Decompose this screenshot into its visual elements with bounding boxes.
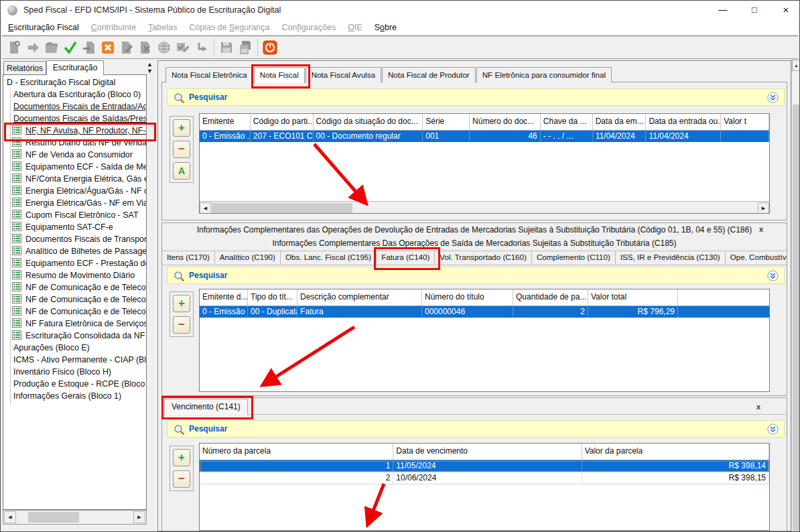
tab-c186[interactable]: Informações Complementares das Operações… xyxy=(162,223,787,238)
column-header-data-da-em[interactable]: Data da em... xyxy=(593,114,647,130)
toolbar-save-button[interactable] xyxy=(217,38,236,57)
tab-nf-eletr-nica-para-consumidor-final[interactable]: NF Eletrônica para consumidor final xyxy=(476,67,612,82)
remove-row-button[interactable]: − xyxy=(173,141,190,158)
table-row[interactable]: 111/05/2024R$ 398,14 xyxy=(200,460,769,472)
toolbar-cancel-document-button[interactable] xyxy=(136,38,155,57)
tree-item-cupom-fiscal-eletr-nico-sat[interactable]: Cupom Fiscal Eletrônico - SAT xyxy=(3,209,146,221)
tab-vol-transportado-c160[interactable]: Vol. Transportado (C160) xyxy=(435,251,532,264)
tree-item-nf-de-venda-ao-consumidor[interactable]: NF de Venda ao Consumidor xyxy=(3,149,146,161)
column-header-emitente[interactable]: Emitente xyxy=(200,114,251,130)
toolbar-revert-button[interactable] xyxy=(192,38,211,57)
tree-item-energia-el-trica-g-s-nf-em-via-nic[interactable]: Energia Elétrica/Gás - NF em Via Únic xyxy=(3,197,146,209)
tree-item-equipamento-ecf-presta-o-de-ser[interactable]: Equipamento ECF - Prestação de Ser xyxy=(3,257,146,269)
tab-anal-tico-c190[interactable]: Analítico (C190) xyxy=(215,251,281,264)
toolbar-open-next-button[interactable] xyxy=(23,38,42,57)
tab-c185[interactable]: Informações Complementares Das Operações… xyxy=(162,237,787,251)
tree-item-d-escritura-o-fiscal-digital[interactable]: D - Escrituração Fiscal Digital xyxy=(3,76,146,88)
tab-nota-fiscal-eletr-nica[interactable]: Nota Fiscal Eletrônica xyxy=(165,67,253,82)
toolbar-save-copy-button[interactable] xyxy=(236,38,255,57)
toolbar-confirm-edit-button[interactable] xyxy=(174,38,192,57)
toolbar-exit-button[interactable] xyxy=(261,38,279,57)
scroll-up-icon[interactable]: ▲ xyxy=(792,60,800,71)
table-row[interactable]: 0 - Emissão p...00 - DuplicataFatura0000… xyxy=(200,306,769,318)
tree-item-nf-nf-avulsa-nf-produtor-nf-e-nf[interactable]: NF, NF Avulsa, NF Produtor, NF-e, NF xyxy=(3,125,146,137)
collapse-chevron-button[interactable] xyxy=(767,92,779,103)
column-header-n-mero-do-t-tulo[interactable]: Número do título xyxy=(422,289,513,306)
tree-item-nf-fatura-eletr-nica-de-servi-os-de[interactable]: NF Fatura Eletrônica de Serviços de xyxy=(3,318,146,330)
tree-item-abertura-da-escritura-o-bloco-0[interactable]: Abertura da Escrituração (Bloco 0) xyxy=(3,88,146,101)
tab-complemento-c110[interactable]: Complemento (C110) xyxy=(532,251,616,264)
tab-iss-ir-e-previd-ncia-c130[interactable]: ISS, IR e Previdência (C130) xyxy=(616,251,726,264)
toolbar-delete-button[interactable] xyxy=(98,38,117,57)
tree-item-nf-de-comunica-o-e-de-telecomuni[interactable]: NF de Comunicação e de Telecomuni xyxy=(3,281,146,293)
menu-item-sobre[interactable]: Sobre xyxy=(369,20,403,36)
tree-item-icms-ativo-permanente-ciap-bloco-g[interactable]: ICMS - Ativo Permanente - CIAP (Bloco G xyxy=(3,354,146,366)
add-row-button[interactable]: + xyxy=(173,295,190,312)
table-row[interactable]: 0 - Emissão ...207 - ECO101 CON...00 - D… xyxy=(200,131,769,142)
scroll-left-icon[interactable]: ◀ xyxy=(4,511,16,523)
tree-item-resumo-di-rio-das-nf-de-venda-a-co[interactable]: Resumo Diário das NF de Venda a Co xyxy=(3,137,146,149)
scrollbar-thumb[interactable] xyxy=(793,105,800,531)
tree-item-escritura-o-consolidada-da-nf-fatu[interactable]: Escrituração Consolidada da NF Fatu xyxy=(3,330,146,342)
toolbar-validate-button[interactable] xyxy=(61,38,80,57)
column-header-data-da-entrada-ou[interactable]: Data da entrada ou... xyxy=(646,114,721,130)
column-header-emitente-d[interactable]: Emitente d... xyxy=(200,289,248,306)
tree-item-produ-o-e-estoque-rcpe-bloco-k[interactable]: Produção e Estoque - RCPE (Bloco K) xyxy=(3,378,146,390)
grid-horizontal-scrollbar[interactable]: ◀ ▶ xyxy=(199,201,770,214)
toolbar-internet-button[interactable] xyxy=(155,38,174,57)
column-header-n-mero-do-doc[interactable]: Número do doc... xyxy=(470,114,541,130)
tree-item-documentos-fiscais-de-entradas-aquisi[interactable]: Documentos Fiscais de Entradas/Aquisiç xyxy=(3,101,146,113)
scroll-up-icon[interactable]: ▲ xyxy=(147,62,153,68)
table-row[interactable]: 210/06/2024R$ 398,15 xyxy=(200,472,769,484)
scroll-right-icon[interactable]: ▶ xyxy=(758,202,769,214)
tab-nota-fiscal-avulsa[interactable]: Nota Fiscal Avulsa xyxy=(306,67,381,82)
menu-item-tabelas[interactable]: Tabelas xyxy=(142,20,183,36)
menu-item-contribuinte[interactable]: Contribuinte xyxy=(85,20,142,36)
tab-escrituracao[interactable]: Escrituração xyxy=(46,60,104,75)
scroll-right-icon[interactable]: ▶ xyxy=(133,511,145,523)
tab-fatura-c140[interactable]: Fatura (C140) xyxy=(377,251,435,264)
collapse-chevron-button[interactable] xyxy=(767,423,779,435)
toolbar-edit-document-button[interactable] xyxy=(117,38,136,57)
main-vertical-scrollbar[interactable]: ▲ xyxy=(791,60,800,531)
column-header-s-rie[interactable]: Série xyxy=(423,114,470,130)
collapse-chevron-button[interactable] xyxy=(767,270,779,281)
menu-item-configura-es[interactable]: Configurações xyxy=(275,20,342,36)
remove-row-button[interactable]: − xyxy=(173,316,190,334)
tree-item-equipamento-sat-cf-e[interactable]: Equipamento SAT-CF-e xyxy=(3,221,146,233)
tree-item-informa-es-gerais-bloco-1[interactable]: Informações Gerais (Bloco 1) xyxy=(3,390,146,402)
tree-item-equipamento-ecf-sa-da-de-mercado[interactable]: Equipamento ECF - Saída de Mercado xyxy=(3,161,146,173)
tree-item-energia-el-trica-gua-g-s-nf-cons[interactable]: Energia Elétrica/Água/Gás - NF cons xyxy=(3,185,146,197)
scroll-down-icon[interactable]: ▼ xyxy=(147,68,153,74)
column-header-c-digo-do-parti[interactable]: Código do parti... xyxy=(251,114,314,130)
menu-item-escritura-o-fiscal[interactable]: Escrituração Fiscal xyxy=(2,20,85,36)
tab-ope-combust-vel-c165[interactable]: Ope. Combustível (C165) xyxy=(726,251,787,264)
column-header-valor-da-parcela[interactable]: Valor da parcela xyxy=(582,444,769,460)
column-header-tipo-do-t-t[interactable]: Tipo do tít... xyxy=(248,289,297,306)
add-row-button[interactable]: + xyxy=(173,119,190,137)
menu-item-c-pias-de-seguran-a[interactable]: Cópias de Segurança xyxy=(183,20,275,36)
tree-item-resumo-de-movimento-di-rio[interactable]: Resumo de Movimento Diário xyxy=(3,269,146,281)
tree-item-nf-de-comunica-o-e-de-telecomuni[interactable]: NF de Comunicação e de Telecomuni xyxy=(3,293,146,306)
tab-nota-fiscal[interactable]: Nota Fiscal xyxy=(254,67,305,83)
tab-relatorios[interactable]: Relatórios xyxy=(3,61,46,74)
add-row-button[interactable]: + xyxy=(173,449,190,466)
tree-item-documentos-fiscais-de-transportes[interactable]: Documentos Fiscais de Transportes xyxy=(3,233,146,245)
tree-item-invent-rio-f-sico-bloco-h[interactable]: Inventário Físico (Bloco H) xyxy=(3,366,146,378)
tab-vencimento-c141[interactable]: Vencimento (C141) xyxy=(164,399,248,415)
column-header-chave-da[interactable]: Chave da ... xyxy=(541,114,593,130)
scrollbar-thumb[interactable] xyxy=(28,512,79,523)
tree-item-nf-conta-energia-el-trica-g-s-e-gu[interactable]: NF/Conta Energia Elétrica, Gás e Águ xyxy=(3,173,146,185)
scrollbar-thumb[interactable] xyxy=(212,203,352,213)
column-header-descri-o-complementar[interactable]: Descrição complementar xyxy=(297,289,422,306)
tree-item-apura-es-bloco-e[interactable]: Apurações (Bloco E) xyxy=(3,342,146,354)
tab-nota-fiscal-de-produtor[interactable]: Nota Fiscal de Produtor xyxy=(382,67,476,82)
tab-itens-c170[interactable]: Itens (C170) xyxy=(162,251,215,264)
toolbar-open-folder-button[interactable] xyxy=(42,38,61,57)
close-panel-button[interactable]: x xyxy=(754,402,763,411)
toolbar-import-document-button[interactable] xyxy=(80,38,98,57)
close-button[interactable]: × xyxy=(773,1,799,19)
maximize-button[interactable]: □ xyxy=(741,1,768,19)
remove-row-button[interactable]: − xyxy=(173,470,190,488)
menu-item-oie[interactable]: OIE xyxy=(342,20,369,36)
